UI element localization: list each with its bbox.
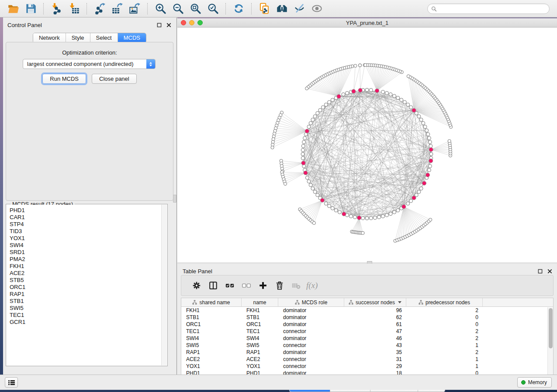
mcds-result-item[interactable]: FKH1 (7, 263, 167, 270)
table-row[interactable]: ACE2ACE2connector311 (181, 356, 553, 363)
scrollbar-thumb[interactable] (549, 308, 553, 348)
mcds-result-item[interactable]: STP4 (7, 221, 167, 228)
network-node[interactable] (328, 100, 331, 104)
select-all-rows-icon[interactable] (221, 279, 238, 292)
network-node[interactable] (429, 144, 432, 148)
mcds-list-scrollbar[interactable] (161, 205, 167, 365)
export-network-icon[interactable] (92, 2, 107, 16)
network-node[interactable] (331, 98, 334, 102)
first-neighbors-icon[interactable] (274, 2, 289, 16)
network-node[interactable] (307, 180, 311, 183)
mcds-result-item[interactable]: CAR1 (7, 214, 167, 221)
toggle-column-panel-icon[interactable] (205, 279, 221, 292)
network-node[interactable] (389, 93, 392, 96)
leaf-node[interactable] (284, 182, 287, 185)
network-frame-titlebar[interactable]: YPA_prune.txt_1 (177, 18, 557, 28)
export-table-icon[interactable] (110, 2, 125, 16)
zoom-selected-icon[interactable] (205, 2, 220, 16)
import-network-icon[interactable] (49, 2, 64, 16)
tab-select[interactable]: Select (90, 33, 118, 43)
table-row[interactable]: SWI5SWI5connector431 (181, 342, 553, 349)
create-column-plus-icon[interactable] (255, 279, 271, 292)
network-node[interactable] (385, 213, 388, 217)
network-node[interactable] (301, 148, 304, 152)
delete-columns-trash-icon[interactable] (271, 279, 288, 292)
close-panel-icon[interactable] (547, 268, 553, 274)
network-node[interactable] (393, 94, 396, 98)
table-row[interactable]: STB1STB1dominator620 (181, 314, 553, 321)
network-node[interactable] (365, 217, 369, 220)
zoom-in-icon[interactable] (153, 2, 168, 16)
network-node[interactable] (316, 193, 319, 197)
mcds-hub-node[interactable] (304, 171, 308, 175)
network-node[interactable] (427, 168, 431, 172)
network-node[interactable] (301, 152, 304, 156)
column-header-shared-name[interactable]: shared name (181, 298, 242, 306)
network-node[interactable] (313, 190, 317, 193)
mcds-result-item[interactable]: STB1 (7, 298, 167, 305)
network-search-field[interactable] (427, 3, 550, 14)
network-node[interactable] (393, 210, 396, 214)
zoom-fit-icon[interactable] (188, 2, 203, 16)
mcds-hub-node[interactable] (320, 198, 324, 202)
network-node[interactable] (389, 212, 392, 216)
table-row[interactable]: FKH1FKH1dominator962 (181, 307, 553, 314)
network-node[interactable] (422, 121, 425, 125)
network-node[interactable] (318, 108, 322, 112)
mcds-result-item[interactable]: RAP1 (7, 291, 167, 298)
network-canvas[interactable] (177, 28, 557, 262)
search-input[interactable] (437, 6, 549, 12)
mcds-result-item[interactable]: SWI4 (7, 242, 167, 249)
optimization-criterion-select[interactable]: largest connected component (undirected) (23, 59, 156, 69)
mcds-result-list[interactable]: PHD1CAR1STP4TID3YOX1SWI4SRD1PMA2FKH1ACE2… (7, 205, 167, 365)
delete-table-icon[interactable] (288, 279, 304, 292)
network-node[interactable] (377, 215, 381, 219)
table-row[interactable]: TEC1TEC1connector472 (181, 328, 553, 335)
mcds-hub-node[interactable] (422, 181, 426, 185)
network-node[interactable] (302, 140, 306, 144)
network-node[interactable] (301, 144, 305, 148)
network-node[interactable] (406, 202, 410, 205)
network-node[interactable] (316, 111, 319, 115)
network-node[interactable] (328, 204, 331, 208)
network-node[interactable] (427, 136, 431, 140)
leaf-node[interactable] (429, 218, 432, 221)
network-node[interactable] (406, 103, 410, 107)
apply-layout-icon[interactable] (231, 2, 246, 16)
network-node[interactable] (426, 133, 430, 136)
mcds-hub-node[interactable] (429, 148, 433, 151)
network-node[interactable] (429, 152, 433, 156)
column-header-predecessor-nodes[interactable]: predecessor nodes (406, 298, 483, 306)
network-node[interactable] (409, 199, 413, 203)
leaf-node[interactable] (354, 64, 357, 67)
network-node[interactable] (419, 187, 423, 190)
close-panel-button[interactable]: Close panel (92, 74, 137, 84)
memory-button[interactable]: Memory (517, 377, 552, 388)
mcds-hub-node[interactable] (429, 159, 433, 163)
leaf-node[interactable] (448, 140, 451, 143)
network-node[interactable] (373, 216, 377, 220)
mcds-hub-node[interactable] (301, 161, 305, 165)
float-panel-icon[interactable] (537, 268, 543, 274)
splitter-grip[interactable] (173, 195, 176, 203)
mcds-result-item[interactable]: STB5 (7, 277, 167, 284)
column-header-mcds-role[interactable]: MCDS role (278, 298, 344, 306)
table-row[interactable]: YOX1YOX1connector291 (181, 363, 553, 370)
mcds-result-item[interactable]: TEC1 (7, 312, 167, 319)
network-node[interactable] (346, 91, 349, 95)
network-node[interactable] (334, 209, 338, 212)
network-node[interactable] (381, 214, 385, 218)
network-node[interactable] (409, 106, 413, 109)
network-node[interactable] (324, 202, 328, 205)
network-node[interactable] (313, 115, 317, 118)
network-node[interactable] (381, 90, 385, 94)
network-node[interactable] (349, 214, 353, 218)
close-window-icon[interactable] (181, 20, 186, 25)
mcds-result-item[interactable]: PHD1 (7, 207, 167, 214)
function-builder-icon[interactable]: f(x) (304, 281, 318, 290)
run-mcds-button[interactable]: Run MCDS (42, 74, 86, 84)
network-node[interactable] (369, 217, 373, 220)
new-network-from-selection-icon[interactable] (257, 2, 272, 16)
network-node[interactable] (305, 176, 309, 179)
mcds-result-item[interactable]: SWI5 (7, 305, 167, 312)
